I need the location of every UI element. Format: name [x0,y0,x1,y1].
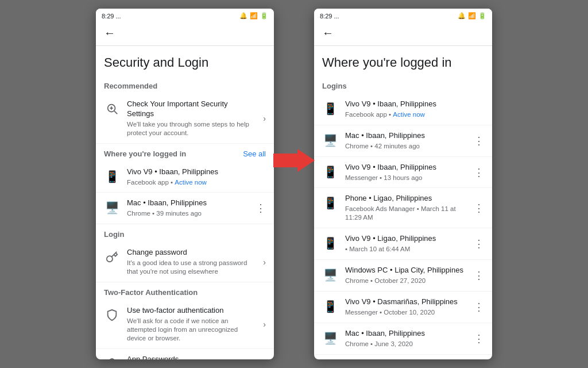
svg-marker-5 [273,149,315,172]
screens-wrapper: 8:29 ... 🔔 📶 🔋 ← Security and Login Reco… [96,9,492,359]
right-mac-42-item[interactable]: 🖥️ Mac • Ibaan, Philippines Chrome • 42 … [314,125,492,157]
right-wifi-icon: 📶 [468,12,476,20]
right-mobile-icon-1: 📱 [322,101,338,117]
right-screen: 8:29 ... 🔔 📶 🔋 ← Where you're logged in … [314,9,492,359]
right-phone-ligao-title: Phone • Ligao, Philippines [345,194,467,204]
app-passwords-title: App Passwords [127,355,256,359]
left-page-title: Security and Login [96,46,274,76]
see-all-button[interactable]: See all [243,150,266,158]
right-screen-content: Where you're logged in Logins 📱 Vivo V9 … [314,46,492,359]
right-mobile-icon-3: 📱 [322,195,338,211]
right-vivo-active-item[interactable]: 📱 Vivo V9 • Ibaan, Philippines Facebook … [314,94,492,125]
right-time: 8:29 ... [320,13,339,20]
active-now-badge: Active now [175,179,207,186]
change-password-text: Change password It's a good idea to use … [127,248,256,276]
recommended-label: Recommended [96,76,274,94]
security-settings-subtitle: We'll take you through some steps to hel… [127,120,256,137]
right-vivo-das-subtitle: Messenger • October 10, 2020 [345,308,467,317]
right-vivo-active-subtitle: Facebook app • Active now [345,110,484,119]
two-factor-item[interactable]: Use two-factor authentication We'll ask … [96,300,274,349]
left-status-bar: 8:29 ... 🔔 📶 🔋 [96,9,274,22]
two-factor-chevron: › [263,320,266,329]
red-arrow [273,147,315,177]
left-mac-title: Mac • Ibaan, Philippines [127,198,249,208]
where-logged-in-label: Where you're logged in [104,150,186,158]
right-mac-42-text: Mac • Ibaan, Philippines Chrome • 42 min… [345,131,467,151]
right-back-button[interactable]: ← [322,26,334,39]
right-status-icons: 🔔 📶 🔋 [458,12,486,20]
left-notification-icon: 🔔 [239,12,247,20]
right-vivo-messenger-title: Vivo V9 • Ibaan, Philippines [345,163,467,172]
right-windows-item[interactable]: 🖥️ Windows PC • Lipa City, Philippines C… [314,260,492,292]
right-mobile-icon-4: 📱 [322,235,338,251]
right-windows-text: Windows PC • Lipa City, Philippines Chro… [345,266,467,285]
left-vivo-v9-item[interactable]: 📱 Vivo V9 • Ibaan, Philippines Facebook … [96,162,274,193]
right-vivo-messenger-more[interactable]: ⋮ [474,166,484,179]
right-mac-42-more[interactable]: ⋮ [474,135,484,147]
left-vivo-subtitle: Facebook app • Active now [127,178,266,187]
left-time: 8:29 ... [102,13,121,20]
app-passwords-text: App Passwords Get a unique, one-time pas… [127,355,256,359]
right-battery-icon: 🔋 [478,12,486,20]
left-mac-item[interactable]: 🖥️ Mac • Ibaan, Philippines Chrome • 39 … [96,193,274,224]
right-vivo-ligao-text: Vivo V9 • Ligao, Philippines • March 10 … [345,234,467,254]
right-mac-june-subtitle: Chrome • June 3, 2020 [345,340,467,348]
left-wifi-icon: 📶 [250,12,258,20]
right-vivo-das-text: Vivo V9 • Dasmariñas, Philippines Messen… [345,297,467,317]
right-windows-more[interactable]: ⋮ [474,269,484,282]
right-windows-subtitle: Chrome • October 27, 2020 [345,277,467,285]
right-unknown-device-item[interactable]: ❓ Device type unknown • Lipa City, Phili… [314,355,492,359]
left-vivo-text: Vivo V9 • Ibaan, Philippines Facebook ap… [127,167,266,187]
right-windows-title: Windows PC • Lipa City, Philippines [345,266,467,275]
right-desktop-icon-1: 🖥️ [322,132,338,148]
two-factor-subtitle: We'll ask for a code if we notice an att… [127,317,256,343]
two-factor-title: Use two-factor authentication [127,306,256,316]
left-screen: 8:29 ... 🔔 📶 🔋 ← Security and Login Reco… [96,9,274,359]
right-vivo-das-more[interactable]: ⋮ [474,301,484,313]
left-back-button[interactable]: ← [104,26,115,39]
right-desktop-icon-2: 🖥️ [322,267,338,283]
box-icon [104,356,120,359]
change-password-item[interactable]: Change password It's a good idea to use … [96,242,274,282]
right-mac-42-subtitle: Chrome • 42 minutes ago [345,142,467,151]
right-phone-ligao-more[interactable]: ⋮ [474,202,484,214]
right-status-bar: 8:29 ... 🔔 📶 🔋 [314,9,492,22]
right-vivo-active-text: Vivo V9 • Ibaan, Philippines Facebook ap… [345,99,484,119]
security-icon [104,101,120,117]
change-password-title: Change password [127,248,256,258]
right-vivo-messenger-text: Vivo V9 • Ibaan, Philippines Messenger •… [345,163,467,182]
change-password-subtitle: It's a good idea to use a strong passwor… [127,259,256,276]
left-mac-text: Mac • Ibaan, Philippines Chrome • 39 min… [127,198,249,218]
left-status-icons: 🔔 📶 🔋 [239,12,268,20]
two-factor-text: Use two-factor authentication We'll ask … [127,306,256,343]
left-vivo-title: Vivo V9 • Ibaan, Philippines [127,167,266,177]
right-desktop-icon-3: 🖥️ [322,330,338,346]
right-vivo-ligao-title: Vivo V9 • Ligao, Philippines [345,234,467,244]
mobile-device-icon: 📱 [104,168,120,185]
two-factor-label: Two-Factor Authentication [96,282,274,300]
security-settings-item[interactable]: Check Your Important Security Settings W… [96,94,274,144]
right-vivo-active-title: Vivo V9 • Ibaan, Philippines [345,99,484,109]
right-vivo-ligao-item[interactable]: 📱 Vivo V9 • Ligao, Philippines • March 1… [314,228,492,260]
left-mac-subtitle: Chrome • 39 minutes ago [127,209,249,218]
right-vivo-das-item[interactable]: 📱 Vivo V9 • Dasmariñas, Philippines Mess… [314,292,492,323]
right-mac-june-more[interactable]: ⋮ [474,332,484,345]
login-label: Login [96,224,274,242]
svg-line-1 [114,111,117,114]
logins-label: Logins [314,76,492,94]
security-settings-text: Check Your Important Security Settings W… [127,99,256,137]
app-passwords-item[interactable]: App Passwords Get a unique, one-time pas… [96,349,274,359]
left-mac-more-button[interactable]: ⋮ [256,202,266,214]
right-mac-june-item[interactable]: 🖥️ Mac • Ibaan, Philippines Chrome • Jun… [314,323,492,355]
left-top-bar: ← [96,22,274,46]
right-vivo-messenger-item[interactable]: 📱 Vivo V9 • Ibaan, Philippines Messenger… [314,157,492,189]
right-phone-ligao-item[interactable]: 📱 Phone • Ligao, Philippines Facebook Ad… [314,188,492,228]
right-mac-june-text: Mac • Ibaan, Philippines Chrome • June 3… [345,329,467,348]
right-vivo-messenger-subtitle: Messenger • 13 hours ago [345,174,467,182]
right-phone-ligao-subtitle: Facebook Ads Manager • March 11 at 11:29… [345,205,467,222]
right-page-title: Where you're logged in [314,46,492,76]
right-vivo-ligao-more[interactable]: ⋮ [474,237,484,250]
desktop-device-icon: 🖥️ [104,200,120,216]
right-mobile-icon-5: 📱 [322,298,338,315]
right-phone-ligao-text: Phone • Ligao, Philippines Facebook Ads … [345,194,467,222]
